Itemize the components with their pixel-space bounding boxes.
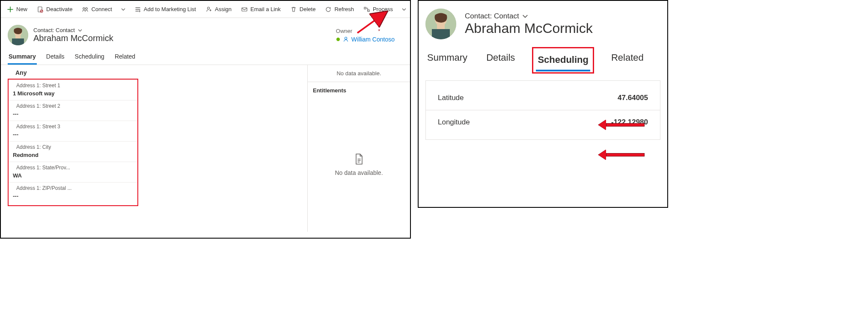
entity-type-selector[interactable]: Contact: Contact <box>33 27 113 33</box>
deactivate-label: Deactivate <box>46 6 72 12</box>
deactivate-button[interactable]: Deactivate <box>33 4 76 15</box>
deactivate-icon <box>37 6 44 13</box>
latitude-row[interactable]: Latitude 47.64005 <box>426 86 660 110</box>
new-button[interactable]: New <box>3 4 31 15</box>
field-street3[interactable]: Address 1: Street 3 --- <box>9 121 137 141</box>
tab-details[interactable]: Details <box>45 49 65 65</box>
assign-button[interactable]: Assign <box>202 4 235 15</box>
field-value: Redmond <box>13 151 133 160</box>
document-icon <box>353 153 365 165</box>
field-city[interactable]: Address 1: City Redmond <box>9 141 137 162</box>
svg-rect-7 <box>364 7 366 9</box>
tab-summary-right[interactable]: Summary <box>425 47 469 74</box>
chevron-down-icon <box>77 28 83 33</box>
record-name: Abraham McCormick <box>33 33 113 43</box>
connect-split-chevron[interactable] <box>118 5 128 14</box>
field-value: --- <box>13 192 133 201</box>
address-column: Any Address 1: Street 1 1 Microsoft way … <box>1 65 307 232</box>
field-street1[interactable]: Address 1: Street 1 1 Microsoft way <box>9 80 137 100</box>
scheduling-form-card: Latitude 47.64005 Longitude -122.12980 <box>425 80 660 140</box>
field-value: WA <box>13 171 133 180</box>
owner-block: Owner * William Contoso <box>336 28 403 43</box>
field-label: Address 1: Street 2 <box>13 101 133 110</box>
field-label: Address 1: ZIP/Postal ... <box>13 183 133 192</box>
longitude-row[interactable]: Longitude -122.12980 <box>426 110 660 134</box>
new-label: New <box>16 6 27 12</box>
tab-summary[interactable]: Summary <box>8 49 37 65</box>
nodata-top: No data available. <box>308 65 410 82</box>
tab-scheduling[interactable]: Scheduling <box>74 49 105 65</box>
process-button[interactable]: Process <box>360 4 396 15</box>
entitlements-nodata: No data available. <box>335 169 383 176</box>
email-icon <box>241 6 248 13</box>
annotation-arrow-longitude <box>598 150 645 160</box>
contact-avatar-big <box>425 9 456 39</box>
svg-point-14 <box>345 37 347 39</box>
entitlements-header: Entitlements <box>308 82 410 97</box>
connect-button[interactable]: Connect <box>78 4 115 15</box>
longitude-label: Longitude <box>438 118 470 127</box>
form-body: Any Address 1: Street 1 1 Microsoft way … <box>1 65 410 232</box>
connect-icon <box>82 6 89 13</box>
svg-rect-13 <box>12 38 24 45</box>
chevron-down-icon <box>522 13 529 20</box>
entity-type-selector-right[interactable]: Contact: Contact <box>465 12 593 21</box>
refresh-label: Refresh <box>334 6 354 12</box>
longitude-value: -122.12980 <box>611 118 648 127</box>
person-icon <box>343 36 349 42</box>
owner-name: William Contoso <box>351 36 395 43</box>
contact-form-left-panel: New Deactivate Connect Add to Marketing … <box>0 0 411 239</box>
field-label: Address 1: Street 1 <box>13 81 133 89</box>
email-link-label: Email a Link <box>250 6 281 12</box>
add-to-marketing-label: Add to Marketing List <box>144 6 196 12</box>
svg-point-5 <box>207 7 209 9</box>
marketing-list-icon <box>134 6 141 13</box>
process-split-chevron[interactable] <box>399 5 409 14</box>
presence-indicator <box>336 37 340 41</box>
record-header-right: Contact: Contact Abraham McCormick <box>419 1 667 47</box>
tab-related-right[interactable]: Related <box>609 47 645 74</box>
svg-rect-6 <box>242 8 247 11</box>
latitude-value: 47.64005 <box>618 94 648 102</box>
right-side-column: No data available. Entitlements No data … <box>307 65 410 232</box>
assign-icon <box>205 6 212 13</box>
svg-rect-19 <box>432 29 450 39</box>
owner-label: Owner <box>336 28 352 34</box>
field-label: Address 1: City <box>13 142 133 151</box>
entitlements-body: No data available. <box>308 97 410 232</box>
form-tabs-left: Summary Details Scheduling Related <box>1 49 410 65</box>
owner-required-asterisk: * <box>378 28 380 34</box>
svg-point-3 <box>83 7 85 9</box>
record-name-right: Abraham McCormick <box>465 21 593 36</box>
address-highlight-box: Address 1: Street 1 1 Microsoft way Addr… <box>8 79 138 206</box>
refresh-icon <box>325 6 332 13</box>
field-value: --- <box>13 110 133 119</box>
connect-label: Connect <box>91 6 112 12</box>
owner-lookup[interactable]: William Contoso <box>336 36 395 43</box>
latitude-label: Latitude <box>438 94 464 102</box>
tab-related[interactable]: Related <box>114 49 136 65</box>
entity-type-label-right: Contact: Contact <box>465 12 519 21</box>
field-value: 1 Microsoft way <box>13 89 133 98</box>
process-icon <box>363 6 370 13</box>
field-street2[interactable]: Address 1: Street 2 --- <box>9 100 137 121</box>
refresh-button[interactable]: Refresh <box>321 4 357 15</box>
delete-button[interactable]: Delete <box>287 4 319 15</box>
svg-point-4 <box>86 7 87 9</box>
field-label: Address 1: Street 3 <box>13 122 133 130</box>
record-header: Contact: Contact Abraham McCormick Owner… <box>1 18 410 49</box>
field-label: Address 1: State/Prov... <box>13 163 133 171</box>
add-to-marketing-button[interactable]: Add to Marketing List <box>131 4 199 15</box>
field-state[interactable]: Address 1: State/Prov... WA <box>9 162 137 182</box>
tab-scheduling-right[interactable]: Scheduling <box>536 49 590 71</box>
entity-type-label: Contact: Contact <box>33 27 75 33</box>
assign-label: Assign <box>215 6 232 12</box>
delete-label: Delete <box>300 6 316 12</box>
command-bar: New Deactivate Connect Add to Marketing … <box>1 1 410 18</box>
contact-avatar <box>8 25 28 45</box>
tab-details-right[interactable]: Details <box>485 47 517 74</box>
email-link-button[interactable]: Email a Link <box>238 4 284 15</box>
section-title-any: Any <box>8 67 304 78</box>
field-zip[interactable]: Address 1: ZIP/Postal ... --- <box>9 182 137 203</box>
contact-form-right-panel: Contact: Contact Abraham McCormick Summa… <box>418 0 668 208</box>
